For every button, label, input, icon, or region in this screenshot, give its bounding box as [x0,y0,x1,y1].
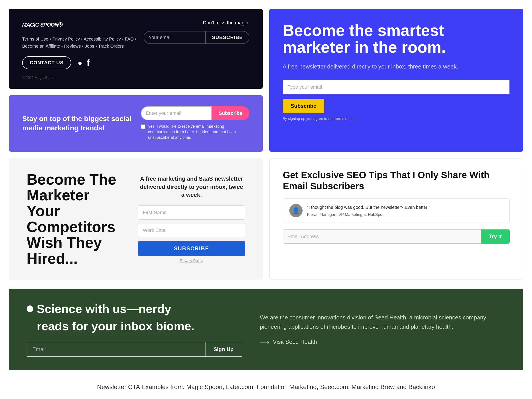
foundation-firstname-input[interactable] [138,205,245,220]
later-panel: Stay on top of the biggest social media … [9,95,263,152]
magic-spoon-panel: MAGIC SPOON® Terms of Use • Privacy Poli… [9,9,263,89]
footer-caption: Newsletter CTA Examples from: Magic Spoo… [9,379,523,393]
smartest-marketer-description: A free newsletter delivered directly to … [283,62,510,71]
magic-spoon-subscribe-button[interactable]: SUBSCRIBE [206,31,249,44]
foundation-email-input[interactable] [138,223,245,237]
seed-description: We are the consumer innovations division… [260,313,505,331]
later-consent-label: Yes, I would like to receive email marke… [148,124,249,140]
foundation-left: Become The Marketer Your Competitors Wis… [27,171,125,266]
magic-spoon-email-input[interactable] [144,31,206,44]
seed-signup-button[interactable]: Sign Up [205,342,242,357]
dont-miss-label: Don't miss the magic: [203,20,249,26]
social-icons: ● f [78,58,89,68]
seed-visit-row: ⟶ Visit Seed Health [260,338,505,346]
smartest-marketer-panel: Become the smartest marketer in the room… [269,9,523,152]
seed-panel: Science with us—nerdy reads for your inb… [9,289,523,370]
magic-spoon-subscribe-section: Don't miss the magic: SUBSCRIBE [144,20,249,44]
seo-email-row: Try It [283,229,510,244]
magic-spoon-subscribe-row: SUBSCRIBE [144,31,249,44]
seo-title: Get Exclusive SEO Tips That I Only Share… [283,170,510,192]
later-subscribe-button[interactable]: Subscribe [212,106,249,120]
magic-spoon-links: Terms of Use • Privacy Policy • Accessib… [22,35,137,50]
copyright: © 2022 Magic Spoon [22,76,137,80]
seed-title-line1: Science with us—nerdy [37,302,171,316]
smartest-marketer-subscribe-button[interactable]: Subscribe [283,99,324,113]
magic-spoon-left: MAGIC SPOON® Terms of Use • Privacy Poli… [22,20,137,80]
foundation-privacy-link[interactable]: Privacy Policy [138,259,245,263]
smartest-marketer-email-input[interactable] [283,80,510,95]
main-grid: MAGIC SPOON® Terms of Use • Privacy Poli… [9,9,523,280]
seed-email-row: Sign Up [27,342,242,357]
seo-quote-text: "I thought the blog was good. But the ne… [307,204,430,211]
foundation-title: Become The Marketer Your Competitors Wis… [27,171,125,266]
seed-visit-link[interactable]: Visit Seed Health [273,338,317,345]
instagram-icon[interactable]: ● [78,58,82,67]
seed-title-line2: reads for your inbox biome. [37,319,242,333]
later-checkbox-row: Yes, I would like to receive email marke… [141,124,249,140]
foundation-subscribe-button[interactable]: SUBSCRIBE [138,241,245,256]
later-headline: Stay on top of the biggest social media … [22,114,132,133]
foundation-panel: Become The Marketer Your Competitors Wis… [9,158,263,280]
contact-us-button[interactable]: CONTACT US [22,56,71,69]
magic-spoon-top: MAGIC SPOON® Terms of Use • Privacy Poli… [22,20,249,80]
seed-dot-icon [27,305,33,312]
later-email-input[interactable] [141,106,212,120]
seo-try-button[interactable]: Try It [481,229,510,244]
seo-quote-block: "I thought the blog was good. But the ne… [307,204,430,217]
foundation-subtitle: A free marketing and SaaS newsletter del… [138,175,245,199]
page-wrapper: MAGIC SPOON® Terms of Use • Privacy Poli… [9,9,523,393]
seed-right: We are the consumer innovations division… [260,313,505,346]
seo-avatar: 👤 [289,204,303,217]
smartest-marketer-terms: By signing up you agree to our terms of … [283,117,510,121]
seed-email-input[interactable] [27,342,205,357]
magic-spoon-logo: MAGIC SPOON® [22,20,137,33]
later-form: Subscribe Yes, I would like to receive e… [141,106,249,140]
seo-email-input[interactable] [283,229,481,244]
seed-arrow-icon: ⟶ [260,338,269,346]
foundation-form: A free marketing and SaaS newsletter del… [138,175,245,263]
later-consent-checkbox[interactable] [141,124,146,129]
later-email-row: Subscribe [141,106,249,120]
magic-spoon-bottom: CONTACT US ● f [22,56,137,69]
seo-panel: Get Exclusive SEO Tips That I Only Share… [269,158,523,280]
smartest-marketer-title: Become the smartest marketer in the room… [283,22,510,56]
seed-logo-row: Science with us—nerdy [27,302,242,316]
seed-left: Science with us—nerdy reads for your inb… [27,302,242,357]
facebook-icon[interactable]: f [87,58,89,68]
seo-testimonial: 👤 "I thought the blog was good. But the … [283,198,510,223]
seo-quote-author: Kieran Flanagan, VP Marketing at HubSpot [307,212,430,217]
